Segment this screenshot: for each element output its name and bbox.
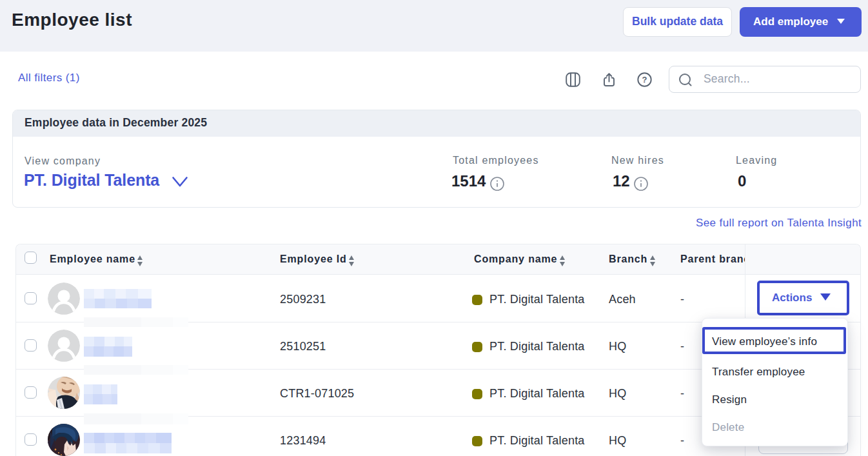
svg-text:?: ?: [642, 75, 647, 84]
